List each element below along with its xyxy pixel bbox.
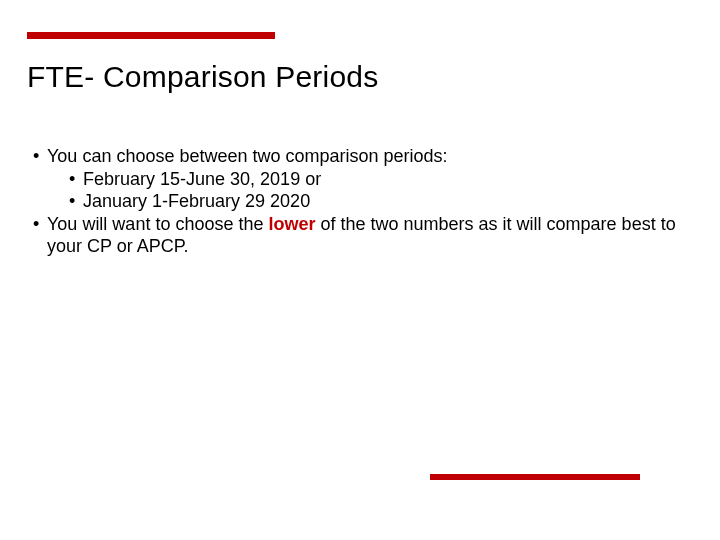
bullet-icon: • — [33, 145, 47, 168]
bullet-level2: •January 1-February 29 2020 — [27, 190, 687, 213]
bullet-text: January 1-February 29 2020 — [83, 191, 310, 211]
emphasis-lower: lower — [268, 214, 315, 234]
bullet-text: February 15-June 30, 2019 or — [83, 169, 321, 189]
bullet-level1: •You can choose between two comparison p… — [27, 145, 687, 168]
bullet-text-pre: You will want to choose the — [47, 214, 268, 234]
bullet-icon: • — [69, 190, 83, 213]
accent-bar-top — [27, 32, 275, 39]
bullet-level2: •February 15-June 30, 2019 or — [27, 168, 687, 191]
bullet-icon: • — [33, 213, 47, 236]
accent-bar-bottom — [430, 474, 640, 480]
slide: FTE- Comparison Periods •You can choose … — [0, 0, 720, 540]
slide-body: •You can choose between two comparison p… — [27, 145, 687, 258]
bullet-icon: • — [69, 168, 83, 191]
bullet-text: You can choose between two comparison pe… — [47, 146, 448, 166]
bullet-level1: •You will want to choose the lower of th… — [27, 213, 687, 258]
slide-title: FTE- Comparison Periods — [27, 60, 378, 94]
